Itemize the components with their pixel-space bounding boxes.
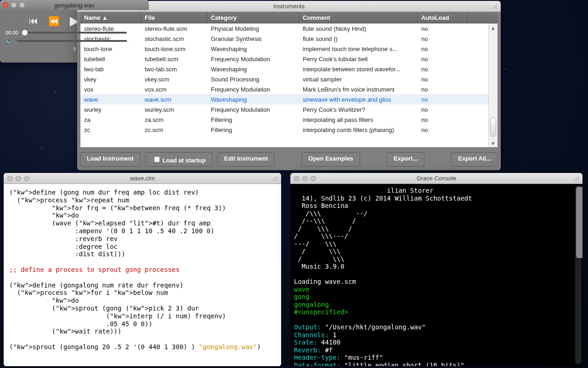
volume-thumb[interactable]: [127, 38, 132, 44]
table-row[interactable]: stereo-flutestereo-flute.scmPhysical Mod…: [80, 23, 488, 34]
cell-file: stochastic.scm: [141, 35, 207, 42]
cell-file: zc.scm: [141, 126, 207, 133]
close-icon[interactable]: [7, 176, 13, 181]
cell-comment: Perry Cook's tubular bell: [299, 56, 418, 63]
cell-file: vox.scm: [141, 86, 207, 93]
cell-category: Granular Synthesis: [207, 35, 299, 42]
cell-category: Waveshaping: [207, 66, 299, 73]
console-output[interactable]: ilian Storer 14), Sndlib 23 (c) 2014 Wil…: [290, 184, 582, 366]
cell-category: Waveshaping: [207, 46, 299, 52]
cell-category: Frequency Modulation: [207, 106, 299, 113]
cell-category: Sound Processing: [207, 76, 299, 83]
cell-category: Frequency Modulation: [207, 56, 299, 63]
edit-instrument-button[interactable]: Edit Instrument: [217, 152, 275, 167]
column-name[interactable]: Name ▲: [80, 12, 141, 23]
cell-file: two-tab.scm: [141, 66, 207, 73]
table-row[interactable]: vkeyvkey.scmSound Processingvirtual samp…: [80, 74, 488, 84]
export-button[interactable]: Export...: [387, 152, 424, 167]
scroll-down-icon[interactable]: ▾: [492, 139, 495, 147]
scroll-up-icon[interactable]: ▴: [492, 23, 495, 32]
cell-autoload: no: [418, 35, 467, 42]
cell-autoload: no: [418, 96, 467, 103]
window-title: Grace Console: [290, 175, 582, 182]
column-autoload[interactable]: AutoLoad: [418, 12, 467, 23]
cell-comment: sinewave with envelope and gliss: [299, 96, 418, 103]
resize-icon[interactable]: [272, 175, 278, 182]
cell-autoload: no: [418, 46, 467, 52]
close-icon[interactable]: [294, 176, 300, 181]
column-file[interactable]: File: [141, 12, 207, 23]
cell-comment: implement touch tone telephone s...: [299, 46, 418, 52]
cell-name: tubebell: [80, 56, 141, 63]
cell-autoload: no: [418, 25, 467, 32]
volume-bar[interactable]: [17, 40, 132, 42]
table-row[interactable]: tubebelltubebell.scmFrequency Modulation…: [80, 54, 488, 64]
cell-file: za.scm: [141, 116, 207, 123]
export-all-button[interactable]: Export All...: [451, 152, 498, 167]
seek-thumb[interactable]: [22, 30, 28, 35]
scroll-thumb[interactable]: [490, 117, 496, 137]
cell-category: Waveshaping: [207, 96, 299, 103]
cell-file: vkey.scm: [141, 76, 207, 83]
table-row[interactable]: two-tabtwo-tab.scmWaveshapinginterpolate…: [80, 64, 488, 74]
resize-icon[interactable]: [573, 175, 580, 182]
prev-track-icon[interactable]: ⏮: [29, 14, 38, 28]
seek-bar[interactable]: [22, 32, 127, 34]
cell-name: touch-tone: [80, 46, 141, 52]
editor-titlebar[interactable]: wave.clm: [4, 173, 281, 184]
cell-name: vkey: [80, 76, 141, 83]
table-row[interactable]: voxvox.scmFrequency ModulationMark LeBru…: [80, 84, 488, 94]
minimize-icon[interactable]: [302, 176, 308, 181]
minimize-icon[interactable]: [11, 2, 17, 8]
resize-icon[interactable]: [492, 3, 498, 10]
open-examples-button[interactable]: Open Examples: [301, 152, 360, 167]
volume-low-icon: 🔈: [6, 37, 13, 44]
zoom-icon[interactable]: [24, 176, 29, 181]
load-at-startup-checkbox[interactable]: [154, 156, 160, 162]
cell-name: vox: [80, 86, 141, 93]
cell-autoload: no: [418, 86, 467, 93]
load-at-startup-toggle[interactable]: Load at startup: [145, 152, 213, 167]
cell-file: wurley.scm: [141, 106, 207, 113]
cell-autoload: no: [418, 116, 467, 123]
cell-autoload: no: [418, 66, 467, 73]
cell-file: stereo-flute.scm: [141, 25, 207, 32]
editor-window: wave.clm ("kw">define (gong num dur freq…: [4, 173, 281, 366]
table-row[interactable]: zaza.scmFilteringinterpolating all pass …: [80, 115, 488, 125]
zoom-icon[interactable]: [311, 176, 316, 181]
cell-category: Frequency Modulation: [207, 86, 299, 93]
table-row[interactable]: touch-tonetouch-tone.scmWaveshapingimple…: [80, 44, 488, 54]
cell-name: wurley: [80, 106, 141, 113]
table-header: Name ▲ File Category Comment AutoLoad: [80, 12, 498, 23]
cell-name: za: [80, 116, 141, 123]
window-title: wave.clm: [4, 175, 281, 182]
cell-autoload: no: [418, 106, 467, 113]
table-row[interactable]: stochasticstochastic.scmGranular Synthes…: [80, 34, 488, 44]
cell-comment: interpolate between stored wavefor...: [299, 66, 418, 73]
cell-category: Physical Modeling: [207, 25, 299, 32]
close-icon[interactable]: [3, 2, 8, 8]
rewind-icon[interactable]: ⏪: [48, 14, 60, 28]
column-category[interactable]: Category: [207, 12, 299, 23]
instruments-table: Name ▲ File Category Comment AutoLoad st…: [80, 12, 498, 148]
code-editor[interactable]: ("kw">define (gong num dur freq amp loc …: [4, 184, 281, 366]
cell-name: zc: [80, 126, 141, 133]
table-row[interactable]: zczc.scmFilteringinterpolating comb filt…: [80, 125, 488, 135]
zoom-icon[interactable]: [19, 2, 25, 8]
scroll-thumb[interactable]: [576, 187, 582, 258]
player-titlebar[interactable]: gongalong.wav: [0, 0, 149, 10]
vertical-scrollbar[interactable]: [575, 186, 582, 364]
load-instrument-button[interactable]: Load Instrument: [80, 152, 141, 167]
cell-comment: virtual sampler: [299, 76, 418, 83]
vertical-scrollbar[interactable]: ▴ ▾: [488, 23, 498, 147]
column-comment[interactable]: Comment: [299, 12, 418, 23]
cell-file: touch-tone.scm: [141, 46, 207, 52]
cell-autoload: no: [418, 56, 467, 63]
table-row[interactable]: wurleywurley.scmFrequency ModulationPerr…: [80, 104, 488, 115]
console-titlebar[interactable]: Grace Console: [290, 173, 582, 184]
cell-file: tubebell.scm: [141, 56, 207, 63]
cell-name: wave: [80, 96, 141, 103]
cell-comment: interpolating comb filters (phasing): [299, 126, 418, 133]
table-row[interactable]: wavewave.scmWaveshapingsinewave with env…: [80, 94, 488, 104]
minimize-icon[interactable]: [16, 176, 21, 181]
